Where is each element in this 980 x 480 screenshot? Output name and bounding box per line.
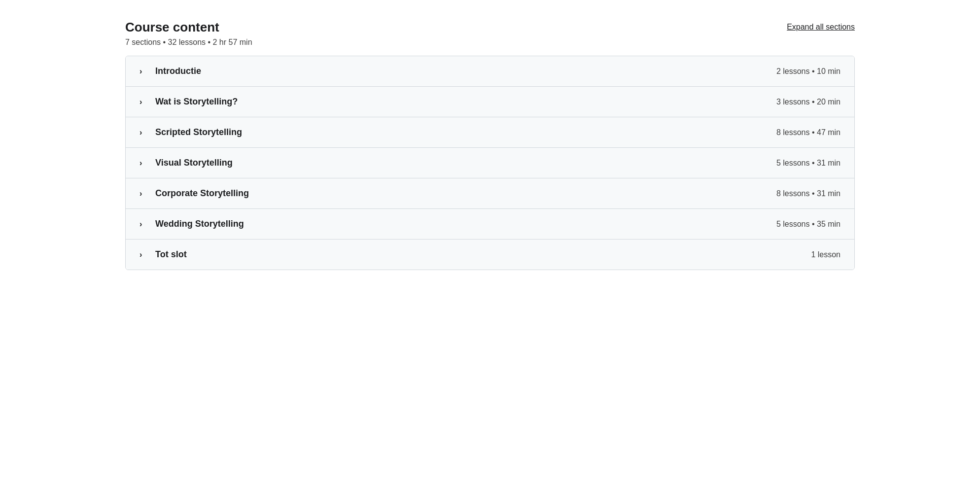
- section-title: Tot slot: [155, 249, 187, 260]
- course-content-wrapper: Course content 7 sections • 32 lessons •…: [125, 20, 855, 270]
- section-meta: 5 lessons • 35 min: [776, 220, 840, 229]
- section-row-corporate-storytelling[interactable]: ›Corporate Storytelling8 lessons • 31 mi…: [126, 178, 854, 209]
- section-meta: 1 lesson: [811, 250, 840, 259]
- chevron-right-icon: ›: [140, 67, 147, 76]
- chevron-right-icon: ›: [140, 159, 147, 168]
- section-title: Visual Storytelling: [155, 158, 233, 168]
- section-left: ›Scripted Storytelling: [140, 127, 242, 137]
- section-meta: 8 lessons • 47 min: [776, 128, 840, 137]
- section-title: Corporate Storytelling: [155, 188, 249, 199]
- section-left: ›Visual Storytelling: [140, 158, 233, 168]
- chevron-right-icon: ›: [140, 250, 147, 259]
- chevron-right-icon: ›: [140, 128, 147, 137]
- section-row-scripted-storytelling[interactable]: ›Scripted Storytelling8 lessons • 47 min: [126, 117, 854, 148]
- course-meta: 7 sections • 32 lessons • 2 hr 57 min: [125, 38, 252, 47]
- chevron-right-icon: ›: [140, 189, 147, 198]
- course-header-left: Course content 7 sections • 32 lessons •…: [125, 20, 252, 47]
- section-row-wat-is-storytelling[interactable]: ›Wat is Storytelling?3 lessons • 20 min: [126, 87, 854, 117]
- expand-all-button[interactable]: Expand all sections: [787, 23, 855, 32]
- section-title: Scripted Storytelling: [155, 127, 242, 137]
- section-row-wedding-storytelling[interactable]: ›Wedding Storytelling5 lessons • 35 min: [126, 209, 854, 240]
- section-title: Wat is Storytelling?: [155, 97, 238, 107]
- section-meta: 8 lessons • 31 min: [776, 189, 840, 198]
- section-title: Introductie: [155, 66, 201, 76]
- section-left: ›Wedding Storytelling: [140, 219, 244, 229]
- section-row-tot-slot[interactable]: ›Tot slot1 lesson: [126, 240, 854, 270]
- course-title: Course content: [125, 20, 252, 35]
- chevron-right-icon: ›: [140, 220, 147, 229]
- section-meta: 5 lessons • 31 min: [776, 159, 840, 168]
- section-meta: 2 lessons • 10 min: [776, 67, 840, 76]
- course-header: Course content 7 sections • 32 lessons •…: [125, 20, 855, 47]
- section-row-visual-storytelling[interactable]: ›Visual Storytelling5 lessons • 31 min: [126, 148, 854, 178]
- section-left: ›Corporate Storytelling: [140, 188, 249, 199]
- chevron-right-icon: ›: [140, 98, 147, 106]
- section-row-introductie[interactable]: ›Introductie2 lessons • 10 min: [126, 56, 854, 87]
- sections-container: ›Introductie2 lessons • 10 min›Wat is St…: [125, 56, 855, 270]
- section-title: Wedding Storytelling: [155, 219, 244, 229]
- section-left: ›Wat is Storytelling?: [140, 97, 238, 107]
- section-left: ›Introductie: [140, 66, 201, 76]
- section-meta: 3 lessons • 20 min: [776, 98, 840, 106]
- section-left: ›Tot slot: [140, 249, 187, 260]
